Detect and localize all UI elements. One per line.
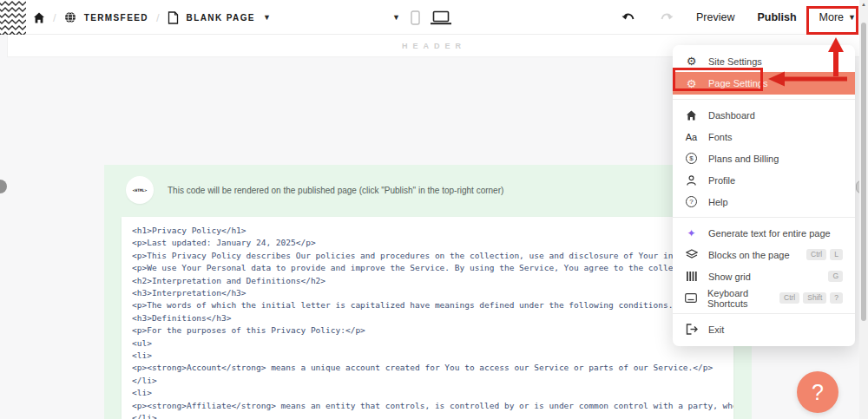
breadcrumb: / TERMSFEED / BLANK PAGE ▼ bbox=[33, 0, 271, 35]
menu-item-plans-and-billing[interactable]: $Plans and Billing bbox=[673, 147, 855, 169]
menu-item-label: Plans and Billing bbox=[708, 154, 779, 164]
kbd-badge: Ctrl bbox=[779, 292, 799, 304]
kbd-badge: Ctrl bbox=[806, 249, 826, 260]
menu-divider bbox=[673, 313, 855, 314]
annotation-box-more bbox=[806, 6, 858, 35]
menu-item-label: Dashboard bbox=[708, 110, 755, 121]
scrollbar-up-arrow-icon[interactable]: ▲ bbox=[859, 2, 868, 7]
publish-button[interactable]: Publish bbox=[757, 11, 796, 23]
device-dropdown-caret-icon[interactable]: ▼ bbox=[392, 13, 400, 22]
vertical-scrollbar[interactable]: ▲ bbox=[859, 0, 868, 419]
menu-item-label: Help bbox=[708, 197, 728, 207]
breadcrumb-page-name[interactable]: BLANK PAGE bbox=[187, 13, 255, 23]
menu-item-blocks-on-the-page[interactable]: Blocks on the pageCtrlL bbox=[673, 244, 855, 265]
redo-icon[interactable] bbox=[659, 11, 674, 23]
page-file-icon bbox=[168, 11, 179, 24]
shortcut-keys: CtrlShift? bbox=[779, 292, 843, 304]
scrollbar-thumb[interactable] bbox=[861, 23, 866, 321]
help-fab-label: ? bbox=[812, 380, 824, 405]
top-toolbar: / TERMSFEED / BLANK PAGE ▼ ▼ Preview Pub… bbox=[0, 0, 868, 35]
menu-divider bbox=[673, 99, 855, 100]
help-icon: ? bbox=[685, 196, 698, 207]
menu-item-exit[interactable]: Exit bbox=[673, 318, 855, 340]
menu-item-label: Exit bbox=[708, 324, 724, 335]
breadcrumb-site-name[interactable]: TERMSFEED bbox=[84, 13, 148, 23]
menu-item-help[interactable]: ?Help bbox=[673, 191, 855, 213]
annotation-box-page-settings bbox=[673, 68, 763, 91]
home-icon bbox=[685, 110, 698, 121]
gear-icon: ⚙ bbox=[685, 55, 698, 68]
menu-item-profile[interactable]: Profile bbox=[673, 169, 855, 191]
menu-item-dashboard[interactable]: Dashboard bbox=[673, 104, 855, 126]
menu-item-label: Keyboard Shortcuts bbox=[707, 288, 769, 309]
section-drag-handle-left[interactable] bbox=[0, 180, 7, 193]
shortcut-keys: G bbox=[828, 271, 843, 282]
kbd-badge: L bbox=[830, 249, 843, 260]
exit-icon bbox=[685, 324, 698, 335]
menu-item-label: Site Settings bbox=[708, 56, 762, 67]
keyboard-icon bbox=[685, 293, 697, 303]
layers-icon bbox=[685, 249, 698, 260]
kbd-badge: Shift bbox=[803, 292, 826, 304]
builder-logo-pattern bbox=[0, 0, 26, 35]
menu-item-keyboard-shortcuts[interactable]: Keyboard ShortcutsCtrlShift? bbox=[673, 287, 855, 309]
breadcrumb-separator: / bbox=[53, 11, 56, 24]
code-note-row: <HTML> This code will be rendered on the… bbox=[126, 176, 503, 204]
menu-divider bbox=[673, 217, 855, 218]
profile-icon bbox=[685, 174, 698, 187]
header-placeholder-label: HEADER bbox=[402, 42, 466, 50]
device-preview-switcher: ▼ bbox=[392, 0, 451, 35]
fonts-icon: Aa bbox=[685, 132, 698, 142]
undo-icon[interactable] bbox=[621, 11, 636, 23]
kbd-badge: ? bbox=[830, 292, 843, 304]
html-badge-icon: <HTML> bbox=[126, 176, 154, 204]
menu-item-show-grid[interactable]: Show gridG bbox=[673, 265, 855, 287]
html-code-block-panel[interactable]: <HTML> This code will be rendered on the… bbox=[104, 165, 752, 419]
menu-item-label: Fonts bbox=[708, 132, 733, 142]
preview-button[interactable]: Preview bbox=[696, 11, 734, 23]
desktop-device-icon[interactable] bbox=[431, 10, 451, 25]
kbd-badge: G bbox=[828, 271, 843, 282]
help-fab-button[interactable]: ? bbox=[797, 371, 838, 413]
menu-item-label: Generate text for entire page bbox=[708, 228, 831, 239]
code-editor-content[interactable]: <h1>Privacy Policy</h1> <p>Last updated:… bbox=[122, 217, 733, 419]
menu-item-label: Blocks on the page bbox=[708, 250, 790, 260]
code-editor-box[interactable]: <h1>Privacy Policy</h1> <p>Last updated:… bbox=[122, 217, 733, 419]
breadcrumb-separator: / bbox=[156, 11, 160, 24]
annotation-arrow-left-icon bbox=[767, 69, 851, 88]
page-dropdown-caret-icon[interactable]: ▼ bbox=[263, 13, 271, 22]
billing-icon: $ bbox=[685, 153, 698, 164]
grid-icon bbox=[685, 271, 698, 282]
shortcut-keys: CtrlL bbox=[806, 249, 843, 260]
code-note-text: This code will be rendered on the publis… bbox=[168, 186, 503, 195]
menu-item-label: Profile bbox=[708, 175, 735, 186]
globe-icon bbox=[64, 11, 76, 23]
home-icon[interactable] bbox=[33, 12, 45, 23]
mobile-device-icon[interactable] bbox=[411, 10, 420, 25]
sparkle-icon: ✦ bbox=[685, 227, 698, 239]
menu-item-fonts[interactable]: AaFonts bbox=[673, 126, 855, 147]
menu-item-label: Show grid bbox=[708, 272, 751, 282]
menu-item-generate-text-for-entire-page[interactable]: ✦Generate text for entire page bbox=[673, 222, 855, 244]
